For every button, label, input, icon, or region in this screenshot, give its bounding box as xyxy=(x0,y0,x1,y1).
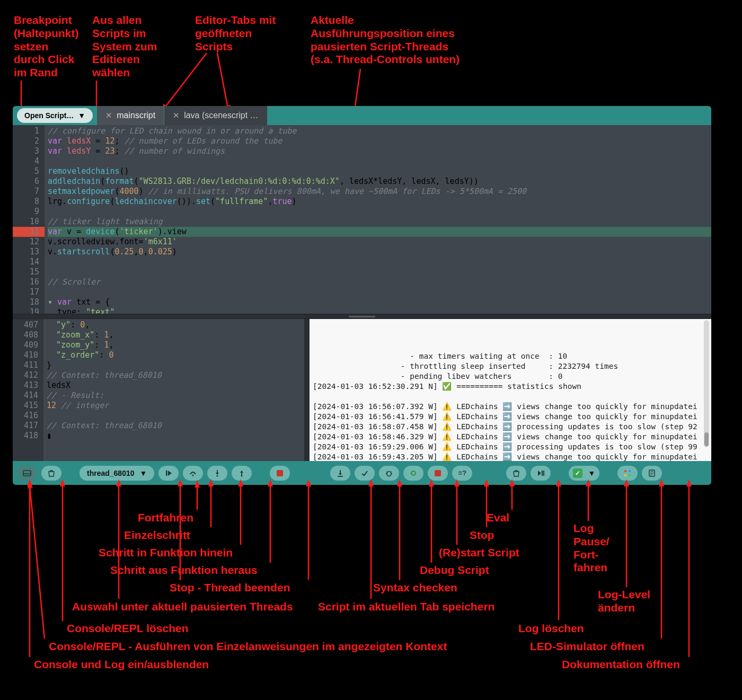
led-simulator-button[interactable] xyxy=(617,466,638,481)
save-script-button[interactable] xyxy=(330,466,350,481)
svg-point-20 xyxy=(241,475,243,476)
annot-toggle-console: Console und Log ein/ausblenden xyxy=(34,658,209,671)
svg-rect-10 xyxy=(23,471,31,476)
step-into-button[interactable] xyxy=(207,466,227,481)
log-pane[interactable]: - max timers waiting at once : 10 - thro… xyxy=(310,319,711,461)
annot-stop-thread: Stop - Thread beenden xyxy=(170,581,290,595)
open-script-dropdown[interactable]: Open Script… ▼ xyxy=(17,108,93,123)
stop-script-button[interactable] xyxy=(428,466,448,481)
annot-docs: Dokumentation öffnen xyxy=(562,658,680,671)
svg-point-17 xyxy=(217,475,218,476)
annot-stop: Stop xyxy=(470,529,494,542)
thread-selector[interactable]: thread_68010 ▼ xyxy=(80,466,154,481)
annot-log-pause: Log Pause/ Fort- fahren xyxy=(573,522,610,574)
ide-window: Open Script… ▼ ✕ mainscript ✕ lava (scen… xyxy=(13,106,711,485)
log-pause-button[interactable] xyxy=(531,466,551,481)
chevron-down-icon: ▼ xyxy=(588,469,595,477)
annot-open-script: Aus allen Scripts im System zum Editiere… xyxy=(92,14,157,79)
svg-rect-31 xyxy=(542,471,543,476)
close-icon[interactable]: ✕ xyxy=(105,111,112,120)
svg-marker-13 xyxy=(168,471,172,476)
toolbar: thread_68010 ▼ =? xyxy=(13,461,711,485)
svg-line-4 xyxy=(164,53,207,108)
documentation-button[interactable] xyxy=(642,466,662,481)
toggle-console-button[interactable] xyxy=(17,466,37,481)
repl-pane[interactable]: 407408409410411412413414415416417418 "y"… xyxy=(13,319,304,461)
log-level-selector[interactable]: ✓ ▼ xyxy=(569,466,599,481)
svg-marker-30 xyxy=(538,471,541,476)
thread-label: thread_68010 xyxy=(87,469,135,477)
annot-eval: Eval xyxy=(487,511,509,525)
continue-button[interactable] xyxy=(158,466,179,481)
annot-repl: Console/REPL - Ausführen von Einzelanwei… xyxy=(49,640,447,653)
repl-code[interactable]: "y": 0, "zoom_x": 1, "zoom_y": 1, "z_ord… xyxy=(43,319,304,461)
annot-thread-sel: Auswahl unter aktuell pausierten Threads xyxy=(72,600,293,614)
svg-point-14 xyxy=(192,474,194,476)
code-editor[interactable]: 12345678910111213141516171819 // configu… xyxy=(13,125,711,314)
svg-rect-35 xyxy=(624,474,626,476)
syntax-check-button[interactable] xyxy=(355,466,375,481)
annot-log-level: Log-Level ändern xyxy=(598,588,650,615)
svg-marker-16 xyxy=(216,473,219,475)
annot-clear-log: Log löschen xyxy=(518,622,584,635)
annot-syntax: Syntax checken xyxy=(373,581,457,595)
clear-log-button[interactable] xyxy=(506,466,526,481)
annot-restart: (Re)start Script xyxy=(439,546,519,560)
editor-code[interactable]: // configure for LED chain wound in or a… xyxy=(45,125,711,314)
svg-line-43 xyxy=(30,485,45,639)
annot-save: Script im aktuellen Tab speichern xyxy=(318,600,494,614)
stop-icon xyxy=(277,470,283,476)
horizontal-splitter[interactable] xyxy=(13,314,711,319)
svg-marker-19 xyxy=(240,471,243,473)
annot-tabs: Editor-Tabs mit geöffneten Scripts xyxy=(195,14,276,53)
annot-led-sim: LED-Simulator öffnen xyxy=(530,640,644,653)
stop-icon xyxy=(435,470,441,476)
svg-rect-34 xyxy=(629,470,631,472)
annot-step: Einzelschritt xyxy=(124,529,190,542)
svg-point-24 xyxy=(387,471,391,476)
restart-script-button[interactable] xyxy=(403,466,423,481)
chevron-down-icon: ▼ xyxy=(140,469,147,477)
tab-label: lava (scenescript … xyxy=(184,111,259,120)
annot-step-out: Schritt aus Funktion heraus xyxy=(110,564,258,577)
tab-label: mainscript xyxy=(117,111,155,120)
svg-rect-36 xyxy=(629,474,631,476)
vertical-splitter[interactable] xyxy=(304,319,310,461)
annot-exec-pos: Aktuelle Ausführungsposition eines pausi… xyxy=(311,14,460,66)
annot-step-in: Schritt in Funktion hinein xyxy=(99,546,233,560)
repl-gutter: 407408409410411412413414415416417418 xyxy=(13,319,43,461)
log-scrollbar[interactable] xyxy=(704,320,709,447)
clear-repl-button[interactable] xyxy=(41,466,61,481)
step-over-button[interactable] xyxy=(183,466,203,481)
debug-script-button[interactable] xyxy=(379,466,399,481)
tab-bar: Open Script… ▼ ✕ mainscript ✕ lava (scen… xyxy=(13,106,711,125)
step-out-button[interactable] xyxy=(232,466,252,481)
annot-debug: Debug Script xyxy=(420,564,489,577)
annot-breakpoint: Breakpoint (Haltepunkt) setzen durch Cli… xyxy=(14,14,79,79)
check-icon: ✓ xyxy=(573,468,582,478)
stop-thread-button[interactable] xyxy=(270,466,290,481)
tab-lava[interactable]: ✕ lava (scenescript … xyxy=(164,106,268,125)
svg-line-6 xyxy=(217,53,228,108)
chevron-down-icon: ▼ xyxy=(78,111,85,120)
eval-button[interactable]: =? xyxy=(452,466,472,481)
open-script-label: Open Script… xyxy=(24,111,74,120)
annot-continue: Fortfahren xyxy=(138,511,193,525)
tab-mainscript[interactable]: ✕ mainscript xyxy=(97,106,164,125)
editor-gutter[interactable]: 12345678910111213141516171819 xyxy=(13,125,45,314)
close-icon[interactable]: ✕ xyxy=(173,111,180,120)
annot-clear-repl: Console/REPL löschen xyxy=(67,622,189,635)
svg-rect-33 xyxy=(624,470,626,472)
svg-rect-32 xyxy=(543,471,544,476)
svg-rect-12 xyxy=(166,471,167,476)
svg-marker-22 xyxy=(339,473,342,475)
